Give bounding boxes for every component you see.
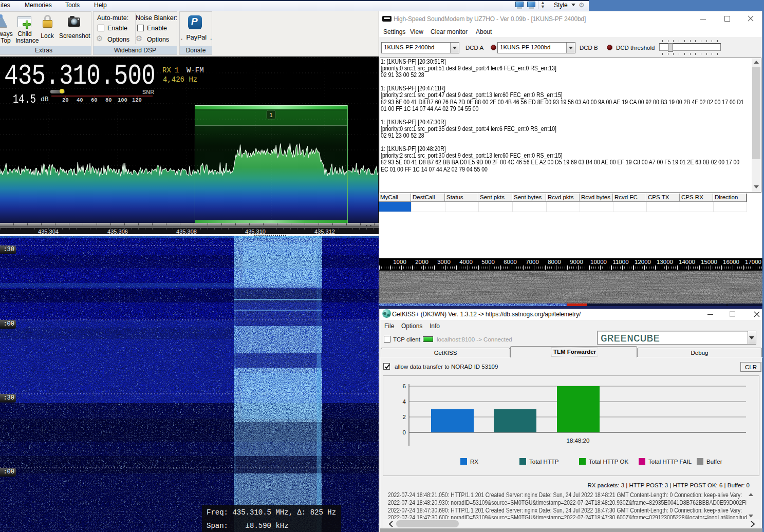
svg-text:Total HTTP FAIL: Total HTTP FAIL xyxy=(648,459,692,465)
svg-text:Buffer: Buffer xyxy=(706,459,722,465)
svg-text:RX: RX xyxy=(470,459,478,465)
svg-text:18:48:20: 18:48:20 xyxy=(567,438,590,444)
svg-text:1: 1 xyxy=(269,112,272,118)
svg-text:0: 0 xyxy=(403,429,406,435)
svg-text:4: 4 xyxy=(403,398,406,405)
svg-text:2: 2 xyxy=(403,414,406,420)
svg-text:Total HTTP OK: Total HTTP OK xyxy=(589,459,628,465)
svg-text:Total HTTP: Total HTTP xyxy=(529,459,559,465)
svg-text:6: 6 xyxy=(403,383,406,389)
